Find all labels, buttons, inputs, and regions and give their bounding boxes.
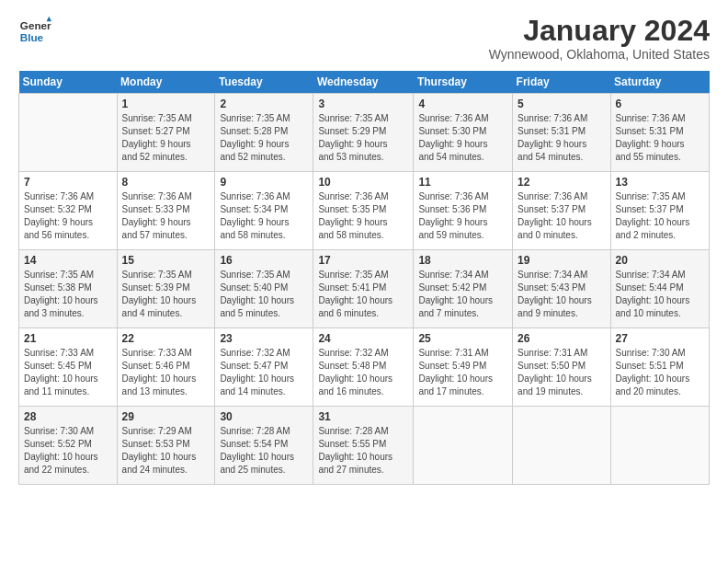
day-info: Sunrise: 7:28 AM Sunset: 5:55 PM Dayligh…	[318, 425, 408, 477]
day-info: Sunrise: 7:35 AM Sunset: 5:28 PM Dayligh…	[220, 112, 308, 164]
calendar-cell: 8Sunrise: 7:36 AM Sunset: 5:33 PM Daylig…	[117, 172, 215, 250]
day-number: 29	[122, 410, 210, 423]
day-info: Sunrise: 7:34 AM Sunset: 5:42 PM Dayligh…	[418, 269, 507, 320]
day-info: Sunrise: 7:31 AM Sunset: 5:49 PM Dayligh…	[418, 347, 507, 398]
day-info: Sunrise: 7:36 AM Sunset: 5:33 PM Dayligh…	[122, 190, 210, 242]
day-number: 10	[318, 176, 408, 189]
day-info: Sunrise: 7:35 AM Sunset: 5:39 PM Dayligh…	[122, 269, 210, 320]
calendar-cell: 2Sunrise: 7:35 AM Sunset: 5:28 PM Daylig…	[215, 94, 313, 172]
day-info: Sunrise: 7:34 AM Sunset: 5:43 PM Dayligh…	[518, 269, 605, 320]
svg-text:Blue: Blue	[20, 31, 44, 43]
day-info: Sunrise: 7:36 AM Sunset: 5:31 PM Dayligh…	[616, 112, 704, 164]
title-block: January 2024 Wynnewood, Oklahoma, United…	[489, 15, 710, 62]
day-number: 19	[518, 254, 605, 267]
calendar-cell: 13Sunrise: 7:35 AM Sunset: 5:37 PM Dayli…	[610, 172, 709, 250]
day-info: Sunrise: 7:30 AM Sunset: 5:51 PM Dayligh…	[616, 347, 704, 398]
day-number: 21	[24, 332, 112, 345]
day-info: Sunrise: 7:35 AM Sunset: 5:41 PM Dayligh…	[318, 269, 408, 320]
day-number: 5	[518, 98, 605, 110]
day-number: 27	[616, 332, 704, 345]
day-number: 3	[318, 98, 408, 110]
calendar-week-row: 1Sunrise: 7:35 AM Sunset: 5:27 PM Daylig…	[19, 94, 710, 172]
calendar-cell: 23Sunrise: 7:32 AM Sunset: 5:47 PM Dayli…	[215, 328, 313, 407]
day-number: 24	[318, 332, 408, 345]
calendar-week-row: 14Sunrise: 7:35 AM Sunset: 5:38 PM Dayli…	[19, 250, 710, 328]
calendar-cell	[414, 407, 513, 485]
day-info: Sunrise: 7:35 AM Sunset: 5:38 PM Dayligh…	[24, 269, 112, 320]
day-info: Sunrise: 7:32 AM Sunset: 5:48 PM Dayligh…	[318, 347, 408, 398]
calendar-cell: 15Sunrise: 7:35 AM Sunset: 5:39 PM Dayli…	[117, 250, 215, 328]
calendar-cell: 7Sunrise: 7:36 AM Sunset: 5:32 PM Daylig…	[19, 172, 118, 250]
day-info: Sunrise: 7:35 AM Sunset: 5:29 PM Dayligh…	[318, 112, 408, 164]
day-info: Sunrise: 7:36 AM Sunset: 5:30 PM Dayligh…	[418, 112, 507, 164]
day-number: 20	[616, 254, 704, 267]
day-number: 4	[418, 98, 507, 110]
page-header: General Blue January 2024 Wynnewood, Okl…	[18, 15, 710, 62]
day-info: Sunrise: 7:36 AM Sunset: 5:37 PM Dayligh…	[518, 190, 605, 242]
day-number: 7	[24, 176, 112, 189]
calendar-week-row: 28Sunrise: 7:30 AM Sunset: 5:52 PM Dayli…	[19, 407, 710, 485]
day-header-tuesday: Tuesday	[215, 71, 313, 94]
calendar-subtitle: Wynnewood, Oklahoma, United States	[489, 47, 710, 62]
day-info: Sunrise: 7:35 AM Sunset: 5:27 PM Dayligh…	[122, 112, 210, 164]
day-number: 25	[418, 332, 507, 345]
calendar-cell: 12Sunrise: 7:36 AM Sunset: 5:37 PM Dayli…	[513, 172, 610, 250]
calendar-cell	[19, 94, 118, 172]
day-info: Sunrise: 7:28 AM Sunset: 5:54 PM Dayligh…	[220, 425, 308, 477]
day-number: 15	[122, 254, 210, 267]
calendar-cell: 17Sunrise: 7:35 AM Sunset: 5:41 PM Dayli…	[313, 250, 414, 328]
calendar-cell: 1Sunrise: 7:35 AM Sunset: 5:27 PM Daylig…	[117, 94, 215, 172]
day-header-wednesday: Wednesday	[313, 71, 414, 94]
calendar-cell: 26Sunrise: 7:31 AM Sunset: 5:50 PM Dayli…	[513, 328, 610, 407]
day-header-sunday: Sunday	[19, 71, 118, 94]
day-info: Sunrise: 7:33 AM Sunset: 5:46 PM Dayligh…	[122, 347, 210, 398]
day-number: 14	[24, 254, 112, 267]
calendar-cell: 4Sunrise: 7:36 AM Sunset: 5:30 PM Daylig…	[414, 94, 513, 172]
day-number: 6	[616, 98, 704, 110]
day-info: Sunrise: 7:35 AM Sunset: 5:40 PM Dayligh…	[220, 269, 308, 320]
calendar-cell: 18Sunrise: 7:34 AM Sunset: 5:42 PM Dayli…	[414, 250, 513, 328]
calendar-cell: 14Sunrise: 7:35 AM Sunset: 5:38 PM Dayli…	[19, 250, 118, 328]
calendar-cell: 30Sunrise: 7:28 AM Sunset: 5:54 PM Dayli…	[215, 407, 313, 485]
calendar-cell: 25Sunrise: 7:31 AM Sunset: 5:49 PM Dayli…	[414, 328, 513, 407]
day-info: Sunrise: 7:36 AM Sunset: 5:32 PM Dayligh…	[24, 190, 112, 242]
day-header-saturday: Saturday	[610, 71, 709, 94]
calendar-cell: 3Sunrise: 7:35 AM Sunset: 5:29 PM Daylig…	[313, 94, 414, 172]
calendar-cell: 6Sunrise: 7:36 AM Sunset: 5:31 PM Daylig…	[610, 94, 709, 172]
calendar-cell: 16Sunrise: 7:35 AM Sunset: 5:40 PM Dayli…	[215, 250, 313, 328]
calendar-cell: 31Sunrise: 7:28 AM Sunset: 5:55 PM Dayli…	[313, 407, 414, 485]
day-info: Sunrise: 7:30 AM Sunset: 5:52 PM Dayligh…	[24, 425, 112, 477]
day-number: 13	[616, 176, 704, 189]
day-number: 16	[220, 254, 308, 267]
day-info: Sunrise: 7:36 AM Sunset: 5:36 PM Dayligh…	[418, 190, 507, 242]
day-number: 23	[220, 332, 308, 345]
logo-icon: General Blue	[18, 15, 51, 48]
calendar-week-row: 21Sunrise: 7:33 AM Sunset: 5:45 PM Dayli…	[19, 328, 710, 407]
day-info: Sunrise: 7:33 AM Sunset: 5:45 PM Dayligh…	[24, 347, 112, 398]
calendar-cell: 20Sunrise: 7:34 AM Sunset: 5:44 PM Dayli…	[610, 250, 709, 328]
day-number: 30	[220, 410, 308, 423]
calendar-week-row: 7Sunrise: 7:36 AM Sunset: 5:32 PM Daylig…	[19, 172, 710, 250]
day-number: 12	[518, 176, 605, 189]
calendar-cell: 10Sunrise: 7:36 AM Sunset: 5:35 PM Dayli…	[313, 172, 414, 250]
day-info: Sunrise: 7:36 AM Sunset: 5:35 PM Dayligh…	[318, 190, 408, 242]
calendar-header-row: SundayMondayTuesdayWednesdayThursdayFrid…	[19, 71, 710, 94]
calendar-cell	[610, 407, 709, 485]
day-info: Sunrise: 7:36 AM Sunset: 5:31 PM Dayligh…	[518, 112, 605, 164]
calendar-cell: 21Sunrise: 7:33 AM Sunset: 5:45 PM Dayli…	[19, 328, 118, 407]
day-info: Sunrise: 7:31 AM Sunset: 5:50 PM Dayligh…	[518, 347, 605, 398]
day-number: 28	[24, 410, 112, 423]
day-header-friday: Friday	[513, 71, 610, 94]
logo: General Blue	[18, 15, 51, 48]
day-number: 8	[122, 176, 210, 189]
calendar-cell: 9Sunrise: 7:36 AM Sunset: 5:34 PM Daylig…	[215, 172, 313, 250]
calendar-cell	[513, 407, 610, 485]
day-number: 22	[122, 332, 210, 345]
day-number: 1	[122, 98, 210, 110]
calendar-cell: 22Sunrise: 7:33 AM Sunset: 5:46 PM Dayli…	[117, 328, 215, 407]
day-number: 11	[418, 176, 507, 189]
day-number: 17	[318, 254, 408, 267]
day-number: 2	[220, 98, 308, 110]
calendar-cell: 5Sunrise: 7:36 AM Sunset: 5:31 PM Daylig…	[513, 94, 610, 172]
day-info: Sunrise: 7:34 AM Sunset: 5:44 PM Dayligh…	[616, 269, 704, 320]
